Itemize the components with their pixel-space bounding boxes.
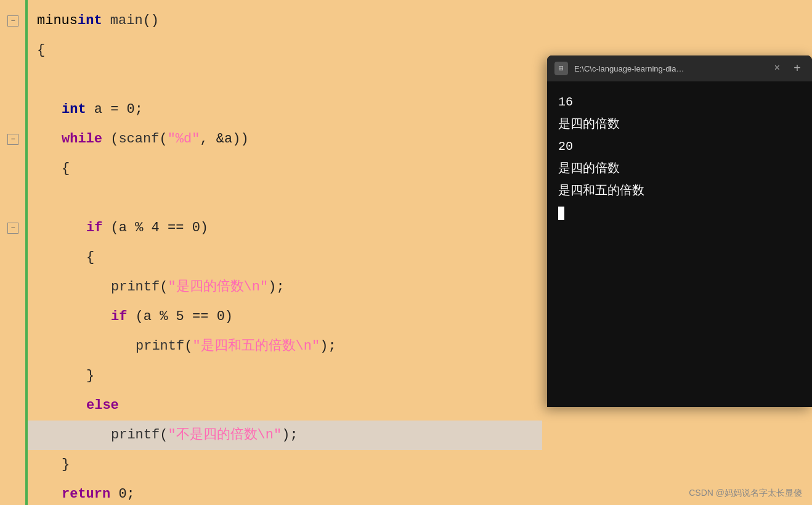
code-line: minusint main() [37,6,536,36]
terminal-output: 16是四的倍数20是四的倍数是四和五的倍数 [547,81,812,407]
code-editor: −−− minusint main(){int a = 0;while (sca… [0,0,542,505]
code-line: while (scanf("%d", &a)) [37,125,536,154]
terminal-cursor [558,207,564,220]
terminal-line: 16 [558,91,801,113]
code-line: { [37,154,536,184]
terminal-titlebar: ⊞ E:\C\c-language-learning-dia… × + [547,55,812,81]
code-line: } [37,361,536,391]
code-line: } [37,450,536,480]
code-gutter: −−− [0,0,28,505]
terminal-line: 20 [558,136,801,158]
code-line: { [37,36,536,65]
fold-button[interactable]: − [7,223,18,234]
terminal-close-button[interactable]: × [770,62,784,75]
terminal-window: ⊞ E:\C\c-language-learning-dia… × + 16是四… [547,55,812,407]
terminal-line: 是四的倍数 [558,158,801,180]
terminal-line: 是四的倍数 [558,113,801,136]
code-line: if (a % 5 == 0) [37,302,536,332]
watermark: CSDN @妈妈说名字太长显傻 [689,488,802,499]
code-line: printf("是四的倍数\n"); [37,273,536,302]
code-lines: minusint main(){int a = 0;while (scanf("… [28,0,542,505]
terminal-icon: ⊞ [554,62,568,75]
code-line: printf("不是四的倍数\n"); [28,421,542,450]
fold-button[interactable]: − [7,134,18,145]
terminal-tab-label: E:\C\c-language-learning-dia… [574,64,764,73]
code-line: else [37,391,536,421]
code-line: return 0; [37,480,536,505]
code-line [37,184,536,213]
code-line: int a = 0; [37,95,536,125]
code-line: { [37,243,536,273]
code-line [37,65,536,95]
terminal-cursor-line [558,202,801,224]
terminal-new-tab-button[interactable]: + [790,60,805,77]
code-line: printf("是四和五的倍数\n"); [37,332,536,361]
fold-button[interactable]: − [7,15,18,27]
terminal-line: 是四和五的倍数 [558,180,801,202]
code-line: if (a % 4 == 0) [37,213,536,243]
